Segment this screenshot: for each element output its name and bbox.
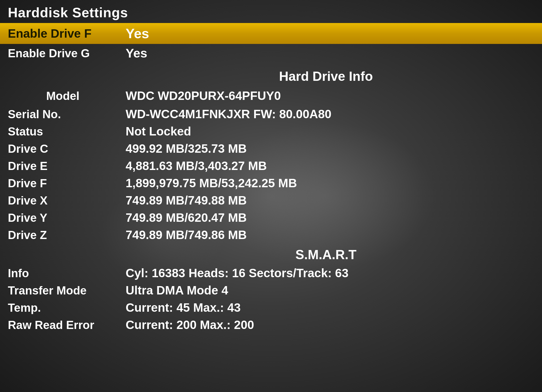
page-title: Harddisk Settings: [0, 0, 542, 23]
temp-label: Temp.: [8, 301, 118, 314]
transfer-mode-label: Transfer Mode: [8, 284, 118, 297]
hard-drive-info-header: Hard Drive Info: [8, 65, 534, 86]
raw-read-error-value: Current: 200 Max.: 200: [126, 318, 254, 332]
info-value: Cyl: 16383 Heads: 16 Sectors/Track: 63: [126, 266, 349, 280]
main-content: Hard Drive Info Model WDC WD20PURX-64PFU…: [0, 63, 542, 336]
enable-drive-g-label: Enable Drive G: [8, 47, 118, 60]
drive-y-row: Drive Y 749.89 MB/620.47 MB: [8, 209, 534, 226]
info-row: Info Cyl: 16383 Heads: 16 Sectors/Track:…: [8, 264, 534, 282]
model-value: WDC WD20PURX-64PFUY0: [126, 89, 281, 103]
harddisk-settings-screen: Harddisk Settings Enable Drive F Yes Ena…: [0, 0, 542, 392]
temp-value: Current: 45 Max.: 43: [126, 300, 241, 315]
drive-e-row: Drive E 4,881.63 MB/3,403.27 MB: [8, 157, 534, 174]
drive-z-value: 749.89 MB/749.86 MB: [126, 228, 247, 242]
drive-c-label: Drive C: [8, 142, 118, 155]
status-label: Status: [8, 125, 118, 138]
drive-z-row: Drive Z 749.89 MB/749.86 MB: [8, 226, 534, 243]
raw-read-error-label: Raw Read Error: [8, 319, 118, 332]
drive-y-label: Drive Y: [8, 211, 118, 224]
model-row: Model WDC WD20PURX-64PFUY0: [8, 87, 534, 104]
smart-header: S.M.A.R.T: [8, 243, 534, 264]
temp-row: Temp. Current: 45 Max.: 43: [8, 299, 534, 316]
drive-c-row: Drive C 499.92 MB/325.73 MB: [8, 140, 534, 157]
drive-y-value: 749.89 MB/620.47 MB: [126, 211, 247, 225]
model-value-centered: Model WDC WD20PURX-64PFUY0: [8, 86, 534, 105]
drive-x-value: 749.89 MB/749.88 MB: [126, 193, 247, 207]
enable-drive-g-row[interactable]: Enable Drive G Yes: [0, 44, 542, 63]
enable-drive-f-value: Yes: [126, 26, 149, 41]
serial-no-row: Serial No. WD-WCC4M1FNKJXR FW: 80.00A80: [8, 105, 534, 123]
drive-e-value: 4,881.63 MB/3,403.27 MB: [126, 159, 267, 173]
drive-c-value: 499.92 MB/325.73 MB: [126, 141, 247, 156]
transfer-mode-row: Transfer Mode Ultra DMA Mode 4: [8, 282, 534, 299]
drive-e-label: Drive E: [8, 160, 118, 173]
status-value: Not Locked: [126, 124, 191, 138]
drive-f-label: Drive F: [8, 177, 118, 190]
drive-f-value: 1,899,979.75 MB/53,242.25 MB: [126, 176, 297, 190]
raw-read-error-row: Raw Read Error Current: 200 Max.: 200: [8, 316, 534, 333]
drive-x-label: Drive X: [8, 194, 118, 207]
drive-x-row: Drive X 749.89 MB/749.88 MB: [8, 192, 534, 209]
drive-f-row: Drive F 1,899,979.75 MB/53,242.25 MB: [8, 174, 534, 192]
drive-z-label: Drive Z: [8, 229, 118, 242]
status-row: Status Not Locked: [8, 123, 534, 140]
serial-no-value: WD-WCC4M1FNKJXR FW: 80.00A80: [126, 107, 331, 121]
enable-drive-f-row[interactable]: Enable Drive F Yes: [0, 23, 542, 44]
enable-drive-f-label: Enable Drive F: [8, 26, 118, 41]
model-label: Model: [8, 89, 118, 103]
info-label: Info: [8, 267, 118, 280]
transfer-mode-value: Ultra DMA Mode 4: [126, 283, 228, 297]
serial-no-label: Serial No.: [8, 108, 118, 121]
enable-drive-g-value: Yes: [126, 46, 147, 60]
